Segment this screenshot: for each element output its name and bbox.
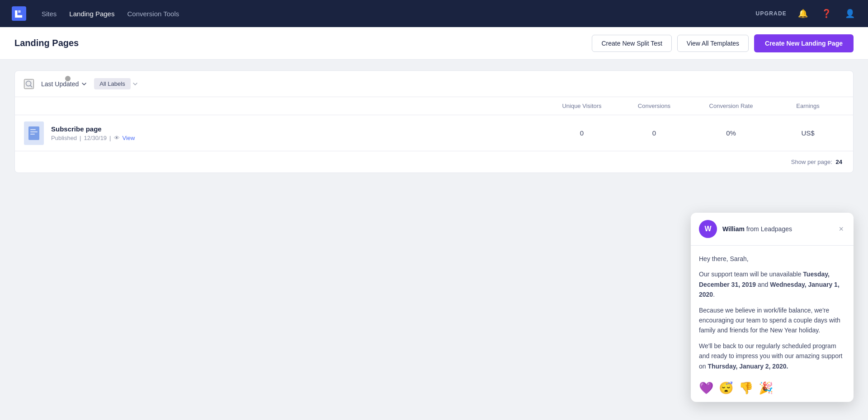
page-date: 12/30/19 xyxy=(84,135,107,141)
upgrade-button[interactable]: UPGRADE xyxy=(756,10,787,17)
help-button[interactable]: ❓ xyxy=(819,6,834,21)
meta-separator-2: | xyxy=(109,135,111,141)
table-row: Subscribe page Published | 12/30/19 | 👁 … xyxy=(15,115,853,151)
page-meta: Published | 12/30/19 | 👁 View xyxy=(51,135,135,141)
svg-rect-0 xyxy=(12,6,26,21)
navbar: Sites Landing Pages Conversion Tools UPG… xyxy=(0,0,868,27)
svg-line-2 xyxy=(31,85,33,87)
rate-cell: 0% xyxy=(690,129,772,137)
create-split-test-button[interactable]: Create New Split Test xyxy=(592,35,671,52)
page-thumbnail xyxy=(24,121,44,145)
main-content: Last Updated All Labels Unique Visitors … xyxy=(0,60,868,184)
label-badge: All Labels xyxy=(94,78,130,89)
page-info: Subscribe page Published | 12/30/19 | 👁 … xyxy=(24,121,546,145)
page-header: Landing Pages Create New Split Test View… xyxy=(0,27,868,60)
pagination: Show per page: 24 xyxy=(15,151,853,173)
label-filter[interactable]: All Labels xyxy=(94,78,137,89)
user-button[interactable]: 👤 xyxy=(843,6,857,21)
svg-point-1 xyxy=(26,81,31,86)
view-all-templates-button[interactable]: View All Templates xyxy=(677,35,749,52)
bell-icon: 🔔 xyxy=(798,9,808,19)
table-header: Unique Visitors Conversions Conversion R… xyxy=(15,97,853,115)
svg-rect-5 xyxy=(30,131,38,132)
sort-label: Last Updated xyxy=(41,80,79,88)
page-name: Subscribe page xyxy=(51,125,135,133)
header-actions: Create New Split Test View All Templates… xyxy=(592,34,854,52)
user-icon: 👤 xyxy=(845,9,855,19)
search-button[interactable] xyxy=(24,79,34,89)
table-container: Last Updated All Labels Unique Visitors … xyxy=(14,70,854,173)
chevron-down-icon xyxy=(81,81,87,87)
show-per-page-label: Show per page: 24 xyxy=(791,159,842,165)
page-details: Subscribe page Published | 12/30/19 | 👁 … xyxy=(51,125,135,141)
nav-link-sites[interactable]: Sites xyxy=(42,8,57,19)
page-title: Landing Pages xyxy=(14,38,592,48)
conversions-cell: 0 xyxy=(618,129,690,137)
page-status: Published xyxy=(51,135,77,141)
create-landing-page-button[interactable]: Create New Landing Page xyxy=(754,34,854,52)
column-header-visitors: Unique Visitors xyxy=(546,97,618,115)
nav-right: UPGRADE 🔔 ❓ 👤 xyxy=(756,6,857,21)
chevron-down-icon-labels xyxy=(132,81,138,87)
sort-button[interactable]: Last Updated xyxy=(41,80,87,88)
eye-icon: 👁 xyxy=(114,135,120,141)
svg-rect-3 xyxy=(28,126,39,140)
logo[interactable] xyxy=(11,5,27,22)
view-link[interactable]: View xyxy=(123,135,135,141)
visitors-cell: 0 xyxy=(546,129,618,137)
search-icon xyxy=(25,80,33,88)
earnings-cell: US$ xyxy=(772,129,844,137)
svg-rect-4 xyxy=(30,129,36,130)
svg-rect-6 xyxy=(30,134,35,135)
page-file-icon xyxy=(28,126,39,140)
help-icon: ❓ xyxy=(821,9,831,19)
table-toolbar: Last Updated All Labels xyxy=(15,71,853,97)
nav-links: Sites Landing Pages Conversion Tools xyxy=(42,8,741,19)
nav-link-landing-pages[interactable]: Landing Pages xyxy=(69,8,114,19)
column-header-name xyxy=(24,97,546,115)
column-header-earnings: Earnings xyxy=(772,97,844,115)
notifications-button[interactable]: 🔔 xyxy=(796,6,810,21)
column-header-conversions: Conversions xyxy=(618,97,690,115)
nav-link-conversion-tools[interactable]: Conversion Tools xyxy=(127,8,179,19)
column-header-rate: Conversion Rate xyxy=(690,97,772,115)
meta-separator: | xyxy=(80,135,81,141)
